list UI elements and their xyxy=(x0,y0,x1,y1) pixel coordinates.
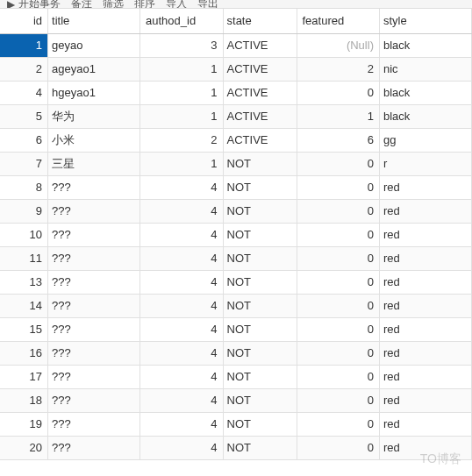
cell-authod-id[interactable]: 4 xyxy=(140,412,223,436)
toolbar-import[interactable]: 导入 xyxy=(166,0,187,9)
cell-featured[interactable]: 0 xyxy=(297,152,379,175)
col-header-authod-id[interactable]: authod_id xyxy=(140,9,223,33)
cell-authod-id[interactable]: 4 xyxy=(140,199,223,223)
cell-authod-id[interactable]: 1 xyxy=(140,57,223,81)
cell-title[interactable]: ??? xyxy=(48,412,140,436)
cell-authod-id[interactable]: 1 xyxy=(140,104,223,128)
cell-state[interactable]: ACTIVE xyxy=(223,81,297,104)
cell-authod-id[interactable]: 4 xyxy=(140,436,223,459)
cell-title[interactable]: hgeyao1 xyxy=(48,81,140,104)
cell-title[interactable]: ??? xyxy=(48,270,140,294)
table-row[interactable]: 6小米2ACTIVE6gg xyxy=(0,128,472,152)
cell-state[interactable]: NOT xyxy=(223,246,297,270)
cell-style[interactable]: red xyxy=(379,223,471,246)
cell-state[interactable]: ACTIVE xyxy=(223,128,297,152)
table-row[interactable]: 9???4NOT0red xyxy=(0,199,472,223)
table-row[interactable]: 18???4NOT0red xyxy=(0,388,472,412)
table-row[interactable]: 17???4NOT0red xyxy=(0,365,472,388)
cell-featured[interactable]: 6 xyxy=(297,128,379,152)
cell-id[interactable]: 13 xyxy=(0,270,48,294)
cell-id[interactable]: 16 xyxy=(0,341,48,365)
cell-id[interactable]: 18 xyxy=(0,388,48,412)
table-row[interactable]: 1geyao3ACTIVE(Null)black xyxy=(0,33,472,57)
cell-featured[interactable]: 0 xyxy=(297,270,379,294)
cell-state[interactable]: NOT xyxy=(223,412,297,436)
cell-state[interactable]: NOT xyxy=(223,294,297,317)
cell-id[interactable]: 1 xyxy=(0,33,48,57)
toolbar-sort[interactable]: 排序 xyxy=(134,0,155,9)
cell-style[interactable]: black xyxy=(379,33,471,57)
col-header-id[interactable]: id xyxy=(0,9,48,33)
cell-featured[interactable]: 0 xyxy=(297,175,379,199)
cell-state[interactable]: NOT xyxy=(223,270,297,294)
cell-featured[interactable]: 0 xyxy=(297,294,379,317)
table-row[interactable]: 20???4NOT0red xyxy=(0,436,472,459)
toolbar-export[interactable]: 导出 xyxy=(197,0,218,9)
cell-style[interactable]: red xyxy=(379,341,471,365)
cell-id[interactable]: 19 xyxy=(0,412,48,436)
cell-authod-id[interactable]: 4 xyxy=(140,388,223,412)
cell-style[interactable]: black xyxy=(379,104,471,128)
cell-style[interactable]: red xyxy=(379,436,471,459)
cell-style[interactable]: red xyxy=(379,294,471,317)
cell-title[interactable]: 三星 xyxy=(48,152,140,175)
cell-title[interactable]: 华为 xyxy=(48,104,140,128)
table-row[interactable]: 14???4NOT0red xyxy=(0,294,472,317)
cell-state[interactable]: NOT xyxy=(223,317,297,341)
cell-featured[interactable]: 0 xyxy=(297,341,379,365)
cell-authod-id[interactable]: 4 xyxy=(140,246,223,270)
table-row[interactable]: 16???4NOT0red xyxy=(0,341,472,365)
col-header-state[interactable]: state xyxy=(223,9,297,33)
cell-id[interactable]: 9 xyxy=(0,199,48,223)
table-row[interactable]: 8???4NOT0red xyxy=(0,175,472,199)
table-row[interactable]: 4hgeyao11ACTIVE0black xyxy=(0,81,472,104)
cell-state[interactable]: NOT xyxy=(223,436,297,459)
cell-featured[interactable]: 0 xyxy=(297,81,379,104)
cell-featured[interactable]: 2 xyxy=(297,57,379,81)
table-row[interactable]: 7三星1NOT0r xyxy=(0,152,472,175)
col-header-featured[interactable]: featured xyxy=(297,9,379,33)
cell-featured[interactable]: 0 xyxy=(297,246,379,270)
table-row[interactable]: 10???4NOT0red xyxy=(0,223,472,246)
cell-id[interactable]: 5 xyxy=(0,104,48,128)
cell-id[interactable]: 7 xyxy=(0,152,48,175)
table-row[interactable]: 11???4NOT0red xyxy=(0,246,472,270)
cell-authod-id[interactable]: 4 xyxy=(140,270,223,294)
toolbar-filter[interactable]: 筛选 xyxy=(103,0,124,9)
cell-id[interactable]: 4 xyxy=(0,81,48,104)
cell-id[interactable]: 2 xyxy=(0,57,48,81)
cell-style[interactable]: red xyxy=(379,388,471,412)
cell-style[interactable]: red xyxy=(379,199,471,223)
cell-id[interactable]: 10 xyxy=(0,223,48,246)
cell-authod-id[interactable]: 3 xyxy=(140,33,223,57)
cell-authod-id[interactable]: 1 xyxy=(140,152,223,175)
cell-id[interactable]: 8 xyxy=(0,175,48,199)
cell-authod-id[interactable]: 4 xyxy=(140,294,223,317)
cell-authod-id[interactable]: 4 xyxy=(140,175,223,199)
cell-title[interactable]: ??? xyxy=(48,388,140,412)
cell-style[interactable]: r xyxy=(379,152,471,175)
cell-featured[interactable]: 1 xyxy=(297,104,379,128)
cell-title[interactable]: 小米 xyxy=(48,128,140,152)
cell-featured[interactable]: 0 xyxy=(297,317,379,341)
cell-state[interactable]: ACTIVE xyxy=(223,104,297,128)
toolbar-begin-transaction[interactable]: ▶ 开始事务 xyxy=(7,0,61,9)
table-row[interactable]: 15???4NOT0red xyxy=(0,317,472,341)
cell-id[interactable]: 17 xyxy=(0,365,48,388)
cell-state[interactable]: NOT xyxy=(223,199,297,223)
cell-style[interactable]: nic xyxy=(379,57,471,81)
cell-authod-id[interactable]: 2 xyxy=(140,128,223,152)
cell-style[interactable]: red xyxy=(379,246,471,270)
cell-authod-id[interactable]: 4 xyxy=(140,341,223,365)
cell-featured[interactable]: 0 xyxy=(297,436,379,459)
cell-id[interactable]: 14 xyxy=(0,294,48,317)
cell-authod-id[interactable]: 4 xyxy=(140,223,223,246)
cell-featured[interactable]: (Null) xyxy=(297,33,379,57)
cell-featured[interactable]: 0 xyxy=(297,412,379,436)
cell-style[interactable]: red xyxy=(379,175,471,199)
cell-title[interactable]: ageyao1 xyxy=(48,57,140,81)
cell-id[interactable]: 20 xyxy=(0,436,48,459)
cell-id[interactable]: 11 xyxy=(0,246,48,270)
cell-style[interactable]: red xyxy=(379,317,471,341)
cell-style[interactable]: red xyxy=(379,412,471,436)
